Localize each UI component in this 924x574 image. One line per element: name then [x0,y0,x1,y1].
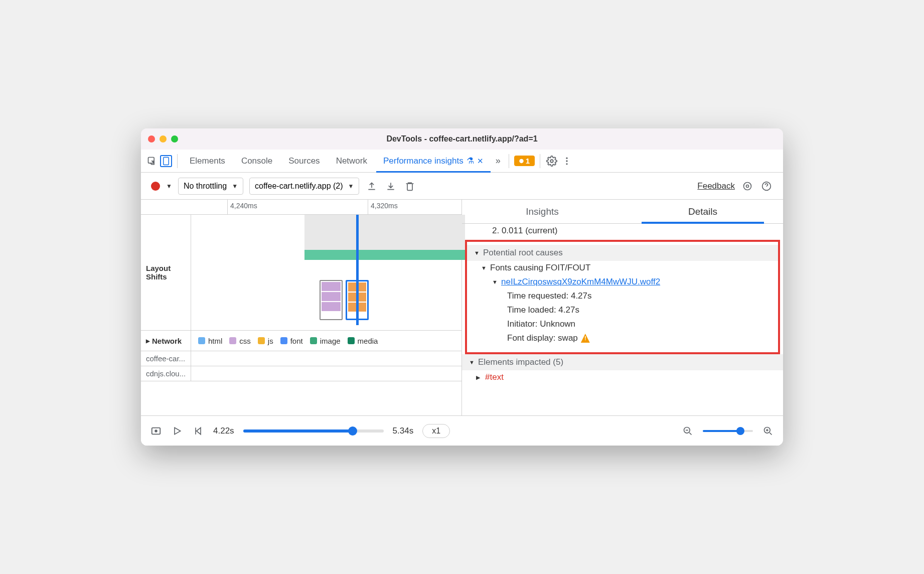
network-track-header: ▶Network html css js font image media [141,331,461,351]
throttling-select[interactable]: No throttling ▼ [178,178,243,195]
device-toolbar-icon[interactable] [160,155,172,167]
chevron-down-icon: ▼ [348,183,354,190]
tab-network[interactable]: Network [329,150,374,173]
zoom-fill [703,430,740,432]
record-dropdown-icon[interactable]: ▼ [166,183,172,190]
network-item-row[interactable]: coffee-car... [141,351,461,366]
close-tab-icon[interactable]: ✕ [477,157,484,166]
legend-swatch [258,337,265,344]
feedback-link[interactable]: Feedback [697,181,735,191]
issues-badge[interactable]: 1 [514,156,535,166]
record-button[interactable] [151,182,160,191]
preview-icon[interactable] [150,425,162,437]
svg-rect-1 [164,157,169,165]
disclosure-icon: ▼ [469,359,475,365]
network-legend: html css js font image media [191,331,461,351]
gear-icon[interactable] [545,155,558,168]
titlebar: DevTools - coffee-cart.netlify.app/?ad=1 [141,128,783,150]
legend-media: media [348,337,378,345]
recording-select[interactable]: coffee-cart.netlify.app (2) ▼ [249,178,359,195]
settings-gear-icon[interactable] [741,180,754,193]
flask-icon: ⚗ [467,156,474,166]
slider-fill [243,429,353,433]
ruler-tick: 4,240ms [230,202,257,210]
legend-html: html [198,337,222,345]
svg-point-10 [155,430,157,432]
time-requested: Time requested: 4.27s [467,289,778,303]
highlighted-section: ▼ Potential root causes ▼ Fonts causing … [465,240,780,354]
skip-back-icon[interactable] [192,425,204,437]
disclosure-icon: ▼ [492,279,498,285]
export-icon[interactable] [365,180,378,193]
tab-elements[interactable]: Elements [183,150,232,173]
section-title: Elements impacted (5) [478,357,563,367]
font-file-entry[interactable]: ▼ neILzCirqoswsqX9zoKmM4MwWJU.woff2 [467,275,778,289]
import-icon[interactable] [384,180,397,193]
playbar-end-time: 5.34s [393,426,414,436]
layout-shift-range[interactable] [304,215,465,250]
panel-tabbar: Elements Console Sources Network Perform… [141,150,783,173]
font-file-link[interactable]: neILzCirqoswsqX9zoKmM4MwWJU.woff2 [501,277,660,287]
svg-marker-11 [175,427,181,434]
frame-thumb[interactable] [320,280,343,320]
main-area: 4,240ms 4,320ms Layout Shifts ▶Network h… [141,200,783,415]
devtools-window: DevTools - coffee-cart.netlify.app/?ad=1… [141,128,783,446]
speed-toggle[interactable]: x1 [422,424,450,438]
minimize-window-button[interactable] [160,135,167,142]
play-icon[interactable] [171,425,183,437]
svg-point-7 [744,182,751,190]
tab-performance-insights[interactable]: Performance insights ⚗ ✕ [376,150,491,173]
more-tabs-icon[interactable]: » [493,156,504,166]
section-elements-impacted[interactable]: ▼ Elements impacted (5) [462,354,783,370]
tab-console[interactable]: Console [234,150,279,173]
tab-sources[interactable]: Sources [281,150,327,173]
trash-icon[interactable] [403,180,416,193]
help-icon[interactable] [760,180,773,193]
disclosure-icon: ▶ [146,338,150,344]
chevron-down-icon: ▼ [232,183,238,190]
tab-label: Performance insights [383,156,464,166]
timeline-track[interactable] [191,215,461,330]
text-node-label: #text [485,372,504,382]
disclosure-icon: ▼ [474,250,480,256]
zoom-knob[interactable] [736,427,744,435]
track-label[interactable]: ▶Network [141,331,191,351]
tab-insights[interactable]: Insights [462,200,623,223]
kebab-menu-icon[interactable] [560,155,573,168]
prev-entry: 2. 0.011 (current) [462,224,783,240]
zoom-slider[interactable] [703,430,753,432]
separator [177,154,178,168]
section-root-causes[interactable]: ▼ Potential root causes [467,245,778,261]
legend-font: font [280,337,303,345]
network-item-row[interactable]: cdnjs.clou... [141,366,461,381]
fonts-title: Fonts causing FOIT/FOUT [490,263,590,273]
legend-js: js [258,337,273,345]
svg-point-6 [746,185,749,187]
legend-swatch [198,337,205,344]
svg-point-3 [566,157,567,159]
playbar-start-time: 4.22s [213,426,234,436]
separator [540,154,540,168]
fonts-foit-fout[interactable]: ▼ Fonts causing FOIT/FOUT [467,261,778,275]
layout-shift-bar[interactable] [304,250,465,260]
slider-knob[interactable] [348,426,357,436]
inspect-element-icon[interactable] [146,155,158,167]
legend-swatch [229,337,236,344]
svg-point-2 [550,160,553,163]
playback-bar: 4.22s 5.34s x1 [141,415,783,446]
tab-details[interactable]: Details [623,200,783,223]
impacted-element[interactable]: ▶ #text [462,370,783,384]
traffic-lights [148,135,178,142]
disclosure-icon: ▶ [476,374,482,381]
font-display: Font display: swap [467,331,778,345]
zoom-out-icon[interactable] [682,425,694,437]
playhead[interactable] [356,215,359,325]
issues-count: 1 [526,157,530,165]
zoom-in-icon[interactable] [762,425,774,437]
close-window-button[interactable] [148,135,155,142]
throttling-label: No throttling [184,182,227,191]
time-ruler[interactable]: 4,240ms 4,320ms [141,200,461,215]
maximize-window-button[interactable] [171,135,178,142]
playback-slider[interactable] [243,429,384,433]
legend-css: css [229,337,251,345]
